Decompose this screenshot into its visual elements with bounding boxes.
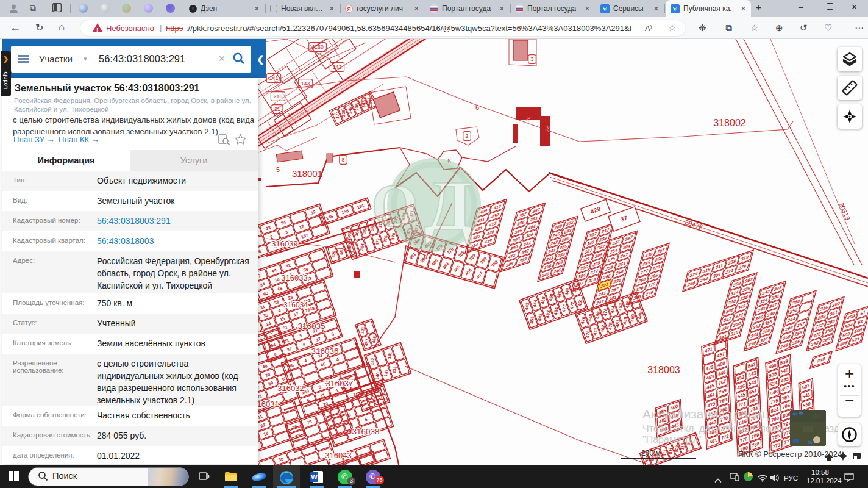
svg-text:439: 439	[622, 317, 628, 325]
svg-text:486: 486	[556, 290, 563, 299]
svg-text:17: 17	[335, 114, 340, 119]
svg-text:444: 444	[532, 299, 539, 307]
svg-text:475: 475	[607, 322, 614, 331]
svg-text:Д: Д	[424, 167, 473, 245]
svg-text:8: 8	[342, 157, 345, 163]
svg-text:316032: 316032	[277, 384, 304, 393]
svg-text:470: 470	[585, 330, 591, 339]
svg-text:448: 448	[587, 314, 594, 322]
svg-text:316037: 316037	[326, 379, 353, 388]
svg-text:316038: 316038	[352, 427, 379, 436]
svg-text:450: 450	[548, 293, 555, 302]
svg-text:316036: 316036	[311, 346, 338, 356]
svg-text:445: 445	[537, 313, 544, 321]
svg-text:316039: 316039	[271, 239, 297, 248]
svg-text:3: 3	[531, 56, 534, 62]
svg-text:7: 7	[365, 99, 368, 106]
svg-text:462: 462	[600, 325, 607, 333]
svg-text:447: 447	[572, 285, 578, 293]
svg-text:453: 453	[617, 303, 624, 311]
svg-text:"Параметры": "Параметры"	[642, 434, 702, 445]
svg-text:2: 2	[466, 133, 469, 139]
svg-text:4160: 4160	[311, 44, 324, 50]
svg-text:318001: 318001	[292, 168, 322, 179]
svg-text:458: 458	[624, 300, 631, 309]
svg-text:200 м: 200 м	[641, 449, 661, 458]
svg-text:142: 142	[333, 64, 342, 70]
svg-text:459: 459	[529, 316, 536, 325]
svg-text:481: 481	[614, 319, 621, 328]
svg-text:242: 242	[347, 106, 353, 114]
svg-text:318002: 318002	[713, 118, 745, 128]
svg-text:О: О	[371, 171, 419, 239]
svg-text:441: 441	[592, 328, 599, 336]
svg-text:484: 484	[553, 307, 560, 315]
svg-text:318003: 318003	[647, 365, 680, 375]
svg-text:451: 451	[577, 298, 584, 307]
svg-text:W: W	[311, 473, 318, 481]
svg-text:472: 472	[569, 301, 575, 310]
svg-text:238: 238	[341, 109, 346, 117]
svg-text:442: 442	[524, 302, 530, 310]
svg-text:478: 478	[580, 317, 586, 325]
svg-text:483: 483	[545, 310, 552, 318]
svg-text:216: 216	[274, 93, 283, 99]
svg-text:316034: 316034	[283, 301, 308, 309]
svg-text:477: 477	[561, 304, 567, 313]
svg-text:236: 236	[354, 103, 360, 111]
svg-text:454: 454	[610, 305, 616, 314]
svg-text:468: 468	[540, 296, 547, 305]
svg-text:Актуализация границ: Актуализация границ	[642, 407, 769, 421]
svg-text:316035: 316035	[297, 321, 325, 331]
svg-text:458: 458	[595, 311, 602, 320]
svg-text:6: 6	[475, 104, 479, 111]
svg-text:141: 141	[269, 75, 279, 81]
svg-text:143: 143	[301, 81, 310, 87]
svg-text:316043: 316043	[325, 451, 351, 460]
svg-text:449: 449	[564, 287, 571, 296]
svg-text:476: 476	[602, 308, 609, 317]
svg-text:316033: 316033	[281, 273, 307, 282]
svg-text:469: 469	[630, 314, 636, 322]
svg-text:5: 5	[276, 166, 280, 173]
svg-text:449: 449	[637, 311, 644, 320]
svg-text:21: 21	[274, 106, 280, 112]
